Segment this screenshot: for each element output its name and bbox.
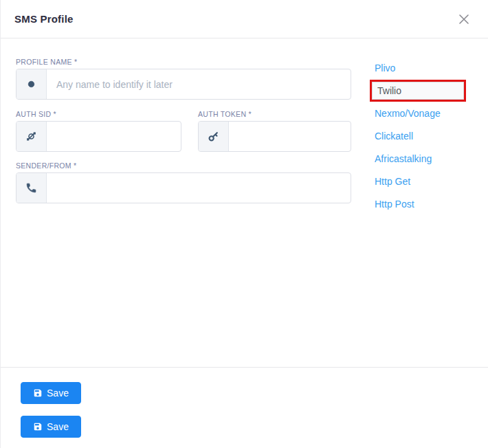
circle-icon xyxy=(16,69,47,99)
sender-from-input[interactable] xyxy=(47,173,351,203)
modal-header: SMS Profile xyxy=(1,0,488,38)
provider-item-twilio-selected[interactable]: Twilio xyxy=(370,79,466,102)
provider-label: Africastalking xyxy=(375,153,432,164)
provider-label: Http Post xyxy=(375,199,414,210)
save-button-secondary[interactable]: Save xyxy=(21,416,81,438)
save-icon xyxy=(33,388,43,398)
twilio-highlight-box: Twilio xyxy=(370,80,466,102)
auth-token-label: AUTH TOKEN * xyxy=(198,110,351,118)
save-button-label: Save xyxy=(47,421,69,432)
auth-token-input[interactable] xyxy=(229,122,351,151)
auth-token-group: AUTH TOKEN * xyxy=(198,110,351,152)
profile-name-input[interactable] xyxy=(47,69,351,99)
modal-footer: Save Save xyxy=(1,367,488,448)
auth-sid-group: AUTH SID * xyxy=(16,110,181,152)
save-button-label: Save xyxy=(47,388,69,399)
provider-item-africastalking[interactable]: Africastalking xyxy=(370,147,466,170)
provider-nav: Plivo Twilio Nexmo/Vonage Clickatell Afr… xyxy=(370,38,466,367)
close-button[interactable] xyxy=(456,12,472,27)
provider-item-clickatell[interactable]: Clickatell xyxy=(370,124,466,147)
provider-label: Clickatell xyxy=(375,131,413,142)
sms-profile-modal: SMS Profile PROFILE NAME * xyxy=(0,0,488,448)
provider-label: Nexmo/Vonage xyxy=(375,108,441,119)
provider-item-http-post[interactable]: Http Post xyxy=(370,192,466,215)
provider-label: Plivo xyxy=(375,63,395,74)
modal-body: PROFILE NAME * AUTH SID * xyxy=(1,38,488,367)
profile-name-label: PROFILE NAME * xyxy=(16,58,351,66)
auth-sid-input[interactable] xyxy=(47,122,181,151)
sender-from-label: SENDER/FROM * xyxy=(16,161,351,170)
provider-item-nexmo-vonage[interactable]: Nexmo/Vonage xyxy=(370,102,466,124)
close-icon xyxy=(458,14,469,25)
phone-icon xyxy=(16,173,47,203)
body-spacer xyxy=(351,38,370,367)
provider-item-http-get[interactable]: Http Get xyxy=(370,170,466,192)
auth-sid-label: AUTH SID * xyxy=(16,110,181,118)
provider-item-plivo[interactable]: Plivo xyxy=(370,56,466,79)
provider-label: Http Get xyxy=(375,176,410,187)
sender-from-group: SENDER/FROM * xyxy=(16,161,351,203)
provider-label: Twilio xyxy=(377,85,401,96)
auth-row: AUTH SID * AU xyxy=(16,110,351,152)
key-icon xyxy=(199,122,229,151)
save-icon xyxy=(33,422,43,432)
sms-profile-form: PROFILE NAME * AUTH SID * xyxy=(16,38,351,367)
profile-name-group: PROFILE NAME * xyxy=(16,58,351,100)
sid-icon xyxy=(16,122,47,151)
save-button[interactable]: Save xyxy=(21,382,81,404)
modal-title: SMS Profile xyxy=(14,13,74,25)
